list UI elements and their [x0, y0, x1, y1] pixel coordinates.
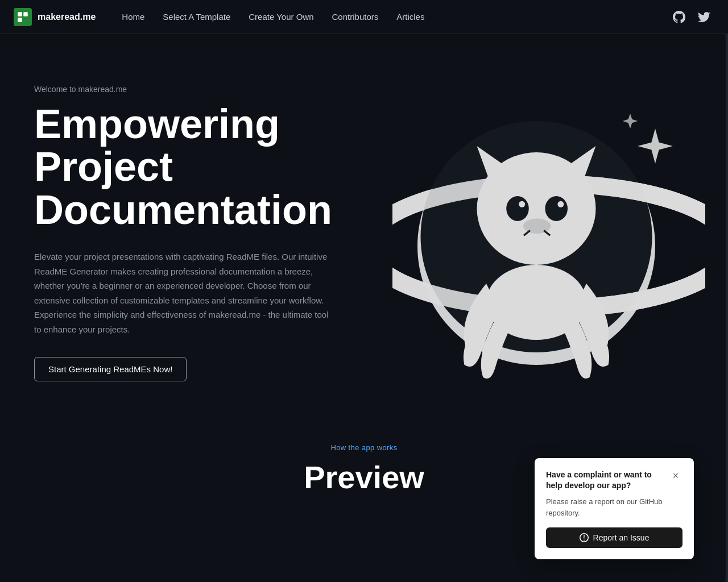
svg-point-13: [519, 201, 525, 207]
hero-description: Elevate your project presentations with …: [34, 250, 330, 336]
svg-point-11: [506, 196, 529, 221]
octocat-planet-svg: [392, 71, 705, 384]
report-issue-button[interactable]: Report an Issue: [546, 527, 682, 548]
hero-cta-button[interactable]: Start Generating ReadMEs Now!: [34, 357, 187, 381]
nav-link-contributors[interactable]: Contributors: [324, 7, 387, 26]
popup-title: Have a complaint or want to help develop…: [546, 469, 664, 492]
how-subtitle: How the app works: [34, 443, 694, 452]
github-nav-icon[interactable]: [669, 7, 689, 27]
svg-marker-5: [638, 128, 673, 164]
svg-point-12: [545, 196, 568, 221]
nav-links: Home Select A Template Create Your Own C…: [114, 7, 669, 26]
nav-logo[interactable]: makeread.me: [14, 8, 96, 26]
logo-svg: [17, 11, 28, 23]
hero-illustration: [392, 71, 705, 384]
svg-rect-2: [18, 18, 22, 22]
scrollbar[interactable]: [726, 0, 728, 582]
nav-link-articles[interactable]: Articles: [388, 7, 432, 26]
svg-rect-1: [23, 12, 28, 16]
hero-content: Welcome to makeread.me Empowering Projec…: [34, 85, 353, 382]
hero-section: Welcome to makeread.me Empowering Projec…: [0, 34, 728, 421]
hero-subtitle: Welcome to makeread.me: [34, 85, 353, 94]
popup-header: Have a complaint or want to help develop…: [546, 469, 682, 492]
svg-point-15: [523, 219, 551, 234]
report-popup: Have a complaint or want to help develop…: [535, 458, 694, 559]
svg-marker-6: [623, 114, 638, 128]
logo-text: makeread.me: [38, 12, 96, 22]
svg-point-14: [557, 201, 564, 207]
nav-link-home[interactable]: Home: [114, 7, 152, 26]
logo-icon: [14, 8, 32, 26]
nav-link-select-template[interactable]: Select A Template: [155, 7, 238, 26]
report-icon: [580, 533, 589, 542]
popup-body: Please raise a report on our GitHub repo…: [546, 496, 682, 518]
nav-icons: [669, 7, 714, 27]
popup-close-button[interactable]: ×: [669, 469, 682, 483]
twitter-nav-icon[interactable]: [694, 7, 714, 27]
nav-link-create-own[interactable]: Create Your Own: [241, 7, 321, 26]
hero-title: Empowering Project Documentation: [34, 103, 353, 232]
report-issue-label: Report an Issue: [593, 533, 650, 542]
svg-rect-0: [18, 12, 22, 16]
navbar: makeread.me Home Select A Template Creat…: [0, 0, 728, 34]
